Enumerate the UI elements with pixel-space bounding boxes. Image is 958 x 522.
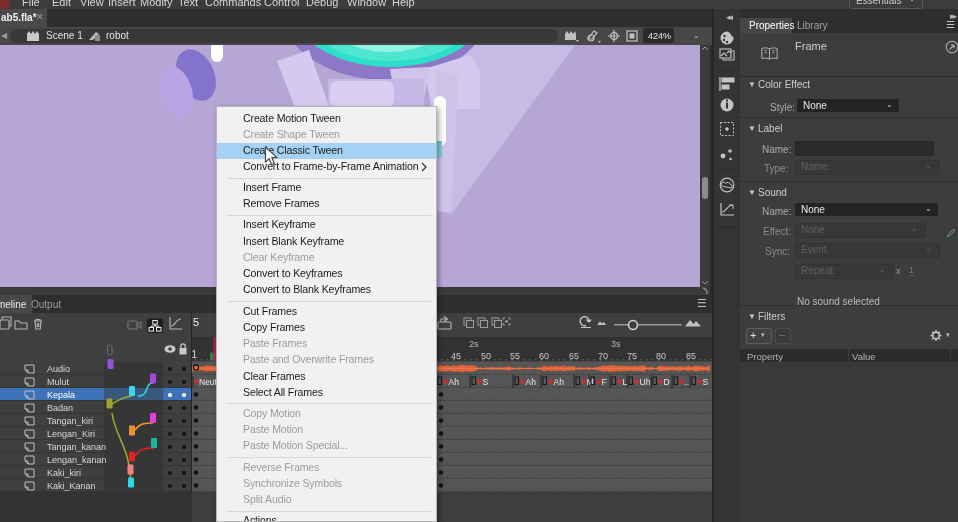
svg-text:S: S: [483, 377, 489, 387]
svg-text:F: F: [602, 377, 607, 387]
svg-text:Uh: Uh: [640, 377, 651, 387]
svg-text:Ah: Ah: [554, 377, 565, 387]
svg-text:L: L: [623, 377, 628, 387]
svg-text:S: S: [703, 377, 709, 387]
svg-text:Ah: Ah: [449, 377, 460, 387]
svg-text:M: M: [587, 377, 594, 387]
svg-text:D: D: [664, 377, 670, 387]
svg-text:Ah: Ah: [526, 377, 537, 387]
svg-text:..: ..: [685, 377, 690, 387]
